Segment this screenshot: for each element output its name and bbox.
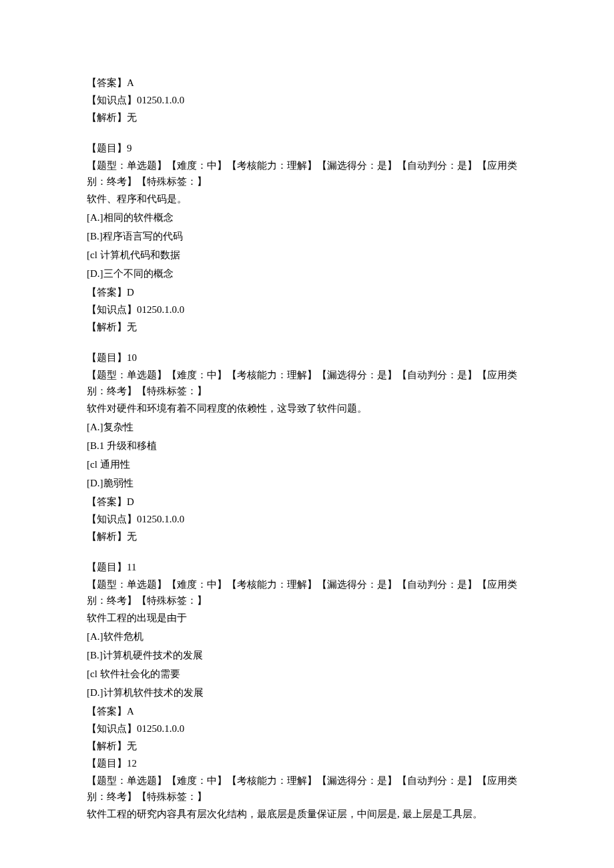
explain-label: 【解析】 [87,112,127,123]
knowledge-line: 【知识点】01250.1.0.0 [87,92,527,108]
explain-line: 【解析】无 [87,528,527,544]
knowledge-line: 【知识点】01250.1.0.0 [87,721,527,737]
question-stem: 软件对硬件和环境有着不同程度的依赖性，这导致了软件问题。 [87,400,527,416]
title-number: 10 [127,352,137,363]
answer-value: A [127,77,134,88]
question-title: 【题目】9 [87,140,527,156]
answer-label: 【答案】 [87,77,127,88]
answer-label: 【答案】 [87,496,127,507]
answer-value: A [127,706,134,717]
explain-value: 无 [127,531,137,542]
question-stem: 软件、程序和代码是。 [87,191,527,207]
question-title: 【题目】12 [87,755,527,771]
explain-label: 【解析】 [87,741,127,751]
title-label: 【题目】 [87,352,127,363]
option-d: [D.]三个不同的概念 [87,266,527,282]
question-title: 【题目】11 [87,559,527,575]
answer-line: 【答案】A [87,703,527,719]
knowledge-line: 【知识点】01250.1.0.0 [87,511,527,527]
explain-value: 无 [127,322,137,332]
option-a: [A.]软件危机 [87,628,527,644]
explain-value: 无 [127,741,137,751]
knowledge-value: 01250.1.0.0 [137,95,184,105]
option-c: [cl 软件社会化的需要 [87,666,527,682]
spacer [87,546,527,558]
answer-line: 【答案】A [87,75,527,91]
knowledge-label: 【知识点】 [87,723,137,734]
answer-value: D [127,287,134,298]
option-b: [B.]计算机硬件技术的发展 [87,647,527,663]
knowledge-line: 【知识点】01250.1.0.0 [87,302,527,318]
question-title: 【题目】10 [87,350,527,366]
knowledge-value: 01250.1.0.0 [137,514,184,524]
explain-value: 无 [127,112,137,123]
explain-line: 【解析】无 [87,319,527,335]
title-number: 9 [127,143,132,153]
knowledge-label: 【知识点】 [87,304,137,315]
knowledge-value: 01250.1.0.0 [137,723,184,734]
title-number: 12 [127,758,137,769]
answer-value: D [127,496,134,507]
question-meta: 【题型：单选题】【难度：中】【考核能力：理解】【漏选得分：是】【自动判分：是】【… [87,773,527,805]
spacer [87,336,527,348]
answer-line: 【答案】D [87,284,527,300]
answer-label: 【答案】 [87,287,127,298]
option-c: [cl 计算机代码和数据 [87,247,527,263]
title-label: 【题目】 [87,562,127,572]
spacer [87,127,527,139]
question-meta: 【题型：单选题】【难度：中】【考核能力：理解】【漏选得分：是】【自动判分：是】【… [87,576,527,608]
explain-line: 【解析】无 [87,109,527,125]
question-stem: 软件工程的出现是由于 [87,610,527,626]
question-meta: 【题型：单选题】【难度：中】【考核能力：理解】【漏选得分：是】【自动判分：是】【… [87,367,527,399]
option-b: [B.]程序语言写的代码 [87,228,527,244]
option-b: [B.1 升级和移植 [87,438,527,454]
title-label: 【题目】 [87,143,127,153]
knowledge-value: 01250.1.0.0 [137,304,184,315]
title-number: 11 [127,562,136,572]
explain-label: 【解析】 [87,531,127,542]
question-meta: 【题型：单选题】【难度：中】【考核能力：理解】【漏选得分：是】【自动判分：是】【… [87,157,527,189]
knowledge-label: 【知识点】 [87,95,137,105]
option-a: [A.]复杂性 [87,419,527,435]
answer-line: 【答案】D [87,494,527,510]
option-d: [D.]计算机软件技术的发展 [87,685,527,701]
knowledge-label: 【知识点】 [87,514,137,524]
question-stem: 软件工程的研究内容具有层次化结构，最底层是质量保证层，中间层是, 最上层是工具层… [87,806,527,822]
title-label: 【题目】 [87,758,127,769]
answer-label: 【答案】 [87,706,127,717]
explain-label: 【解析】 [87,322,127,332]
explain-line: 【解析】无 [87,738,527,754]
option-d: [D.]脆弱性 [87,475,527,491]
option-a: [A.]相同的软件概念 [87,209,527,226]
document-page: 【答案】A 【知识点】01250.1.0.0 【解析】无 【题目】9 【题型：单… [0,0,614,868]
option-c: [cl 通用性 [87,456,527,472]
